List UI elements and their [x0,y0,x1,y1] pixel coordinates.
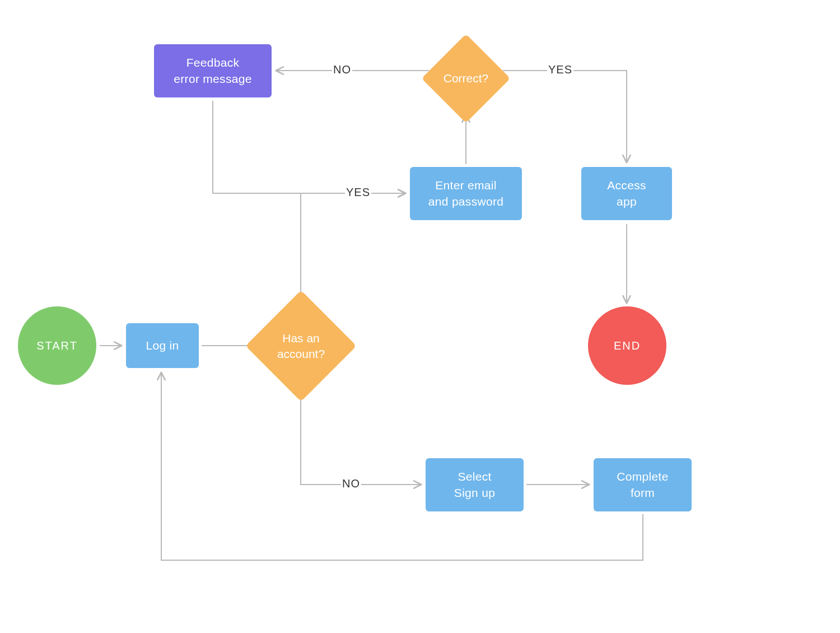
text-line: account? [277,346,325,361]
node-correct: Correct? [418,31,514,126]
flowchart-canvas: YES NO NO YES START Log in Has an accoun… [0,0,840,633]
edge-hasacct-yes [301,193,405,304]
node-login-label: Log in [146,338,179,353]
edge-label-correct-no: NO [332,63,352,76]
node-select-signup: Select Sign up [426,458,524,511]
text-line: form [631,485,655,501]
edge-hasacct-no [301,388,421,485]
text-line: error message [174,71,251,87]
edge-label-hasacct-yes: YES [345,186,371,199]
edge-form-login [161,373,643,560]
edge-label-correct-yes: YES [547,63,573,76]
node-enter-credentials: Enter email and password [410,167,522,220]
edge-label-hasacct-no: NO [341,477,361,490]
text-line: Feedback [186,55,240,71]
node-login: Log in [126,323,199,368]
text-line: and password [428,194,503,210]
text-line: Has an [282,331,320,346]
edge-correct-yes [503,71,627,162]
text-line: Correct? [444,71,489,86]
node-has-account: Has an account? [246,291,356,401]
text-line: Select [458,469,491,485]
text-line: Access [607,178,646,193]
text-line: Sign up [454,485,495,501]
text-line: app [617,194,637,210]
text-line: Enter email [435,178,497,193]
edge-feedback-enter [213,101,405,193]
node-access-app: Access app [581,167,672,220]
node-correct-label: Correct? [418,31,514,126]
text-line: Complete [617,469,668,485]
node-end-label: END [614,338,641,353]
node-end: END [588,306,666,385]
node-start: START [18,306,96,385]
node-has-account-label: Has an account? [246,291,356,401]
node-start-label: START [36,338,78,353]
node-feedback-error: Feedback error message [154,44,272,97]
node-complete-form: Complete form [594,458,692,511]
